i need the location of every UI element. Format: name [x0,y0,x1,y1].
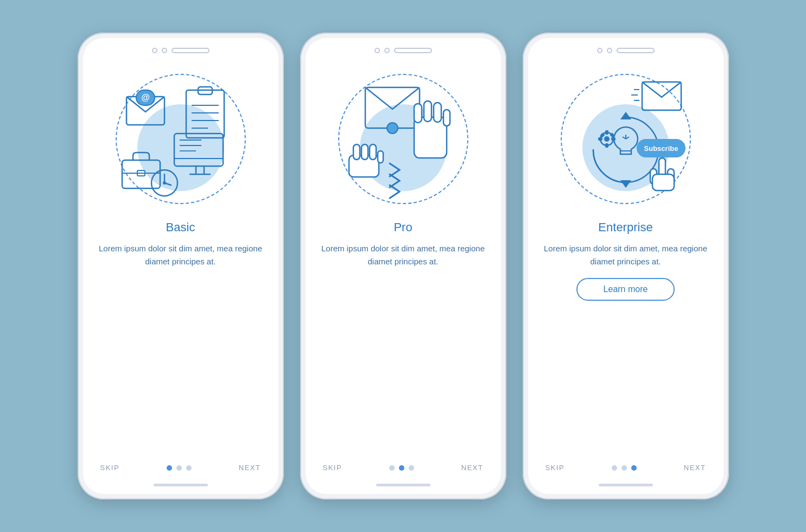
basic-skip[interactable]: SKIP [100,464,120,472]
dot-2 [621,465,627,471]
dot-2 [176,465,182,471]
svg-rect-35 [378,151,383,163]
basic-svg: @ [110,68,251,210]
home-bar-line [376,484,430,486]
enterprise-dots [612,465,637,471]
basic-home-bar [83,479,278,494]
basic-bottom-nav: SKIP NEXT [83,458,278,479]
dot-1 [389,465,395,471]
enterprise-skip[interactable]: SKIP [545,464,565,472]
pro-bottom-nav: SKIP NEXT [306,458,501,479]
svg-rect-30 [443,110,450,126]
svg-rect-27 [414,104,422,123]
speaker-bar [394,48,432,53]
svg-rect-33 [361,144,368,160]
speaker-bar [172,48,210,53]
screens-container: @ [78,33,729,499]
enterprise-illustration: Subscribe [550,63,702,215]
sensor-dot [607,48,612,53]
enterprise-bottom-nav: SKIP NEXT [528,458,724,479]
svg-point-25 [387,123,398,134]
phone-pro: Pro Lorem ipsum dolor sit dim amet, mea … [300,33,506,499]
enterprise-title: Enterprise [598,220,652,235]
basic-title: Basic [166,220,195,235]
pro-skip[interactable]: SKIP [323,464,342,472]
learn-more-button[interactable]: Learn more [576,278,675,301]
phone-basic: @ [78,33,284,499]
svg-text:Subscribe: Subscribe [644,144,678,153]
top-bar-enterprise [528,38,724,58]
pro-content: Pro Lorem ipsum dolor sit dim amet, mea … [306,58,501,458]
svg-rect-28 [424,101,431,122]
svg-rect-44 [605,130,608,135]
svg-text:@: @ [141,93,150,102]
pro-illustration [327,63,479,215]
pro-dots [389,465,414,471]
home-bar-line [154,484,208,486]
svg-rect-46 [598,137,602,141]
pro-next[interactable]: NEXT [461,464,484,472]
svg-rect-32 [353,144,360,160]
svg-rect-60 [652,174,674,191]
svg-rect-26 [414,117,447,158]
dot-3 [631,465,637,471]
speaker-bar [617,48,655,53]
svg-rect-3 [186,90,224,138]
phone-enterprise: Subscribe Enterprise Lorem ipsum dolo [523,33,729,499]
pro-home-bar [306,479,501,494]
dot-2 [399,465,404,471]
sensor-dot [384,48,390,53]
enterprise-home-bar [528,479,724,494]
enterprise-description: Lorem ipsum dolor sit dim amet, mea regi… [543,242,708,268]
dot-3 [409,465,414,471]
svg-marker-41 [620,180,631,188]
camera-dot [152,48,157,53]
basic-description: Lorem ipsum dolor sit dim amet, mea regi… [98,242,263,268]
home-bar-line [599,484,653,486]
dot-1 [612,465,617,471]
camera-dot [375,48,380,53]
svg-rect-29 [434,103,441,122]
enterprise-content: Subscribe Enterprise Lorem ipsum dolo [528,58,724,458]
top-bar-pro [306,38,501,58]
basic-dots [167,465,192,471]
dot-3 [186,465,192,471]
svg-rect-34 [370,144,376,160]
dot-1 [167,465,172,471]
enterprise-next[interactable]: NEXT [684,464,706,472]
pro-svg [333,68,474,210]
basic-illustration: @ [105,63,257,215]
basic-next[interactable]: NEXT [239,464,261,472]
pro-description: Lorem ipsum dolor sit dim amet, mea regi… [321,242,486,268]
svg-marker-40 [620,112,631,119]
basic-content: @ [83,58,278,458]
enterprise-svg: Subscribe [555,68,696,210]
sensor-dot [162,48,167,53]
pro-title: Pro [394,220,412,235]
camera-dot [597,48,602,53]
top-bar-basic [83,38,278,58]
svg-point-43 [604,136,610,142]
svg-rect-45 [605,143,608,148]
